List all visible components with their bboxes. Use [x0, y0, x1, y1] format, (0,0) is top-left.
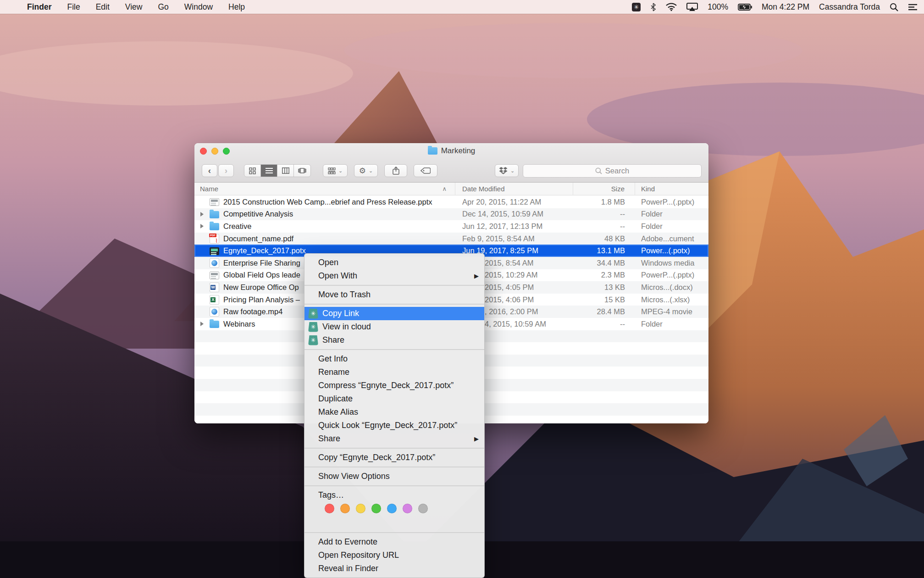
egnyte-menubar-icon[interactable]: ✳ [632, 3, 641, 11]
context-menu-item-view-in-cloud[interactable]: ✳View in cloud [304, 320, 484, 333]
menu-bar: FinderFileEditViewGoWindowHelp ✳ 100% Mo… [0, 0, 924, 14]
menu-item-label: Share [318, 434, 340, 444]
zoom-button[interactable] [223, 148, 230, 155]
file-date-modified: Jun 12, 2017, 12:13 PM [455, 220, 573, 233]
icon-view-button[interactable] [244, 165, 261, 177]
context-menu-item-open[interactable]: Open [304, 256, 484, 269]
context-menu-item-open-repository-url[interactable]: Open Repository URL [304, 549, 484, 562]
menu-item-label: Quick Look “Egnyte_Deck_2017.potx” [318, 421, 457, 430]
notification-center-icon[interactable] [908, 3, 918, 11]
share-button[interactable] [384, 164, 407, 177]
tag-color-dot-gray[interactable] [418, 504, 428, 513]
spotlight-search-icon[interactable] [890, 3, 898, 11]
file-name: Competitive Analysis [223, 210, 293, 218]
airplay-display-icon[interactable] [686, 3, 698, 11]
column-header-kind[interactable]: Kind [635, 183, 708, 195]
context-menu-item-open-with[interactable]: Open With▶ [304, 269, 484, 283]
coverflow-view-button[interactable] [294, 165, 310, 177]
battery-percent: 100% [708, 2, 728, 12]
menubar-user[interactable]: Cassandra Torda [819, 2, 880, 12]
tag-color-dot-green[interactable] [371, 504, 381, 513]
context-menu-item-make-alias[interactable]: Make Alias [304, 406, 484, 419]
menubar-item-window[interactable]: Window [177, 0, 221, 14]
tag-color-dot-blue[interactable] [387, 504, 397, 513]
context-menu-item-rename[interactable]: Rename [304, 366, 484, 379]
context-menu-item-add-to-evernote[interactable]: Add to Evernote [304, 535, 484, 549]
battery-charging-icon[interactable] [738, 4, 752, 11]
context-menu-item-compress-egnyte-deck-2017-potx[interactable]: Compress “Egnyte_Deck_2017.potx” [304, 379, 484, 392]
back-button[interactable]: ‹ [202, 164, 217, 177]
menubar-item-go[interactable]: Go [150, 0, 176, 14]
forward-button[interactable]: › [218, 164, 234, 177]
pdf-file-icon [210, 234, 219, 244]
menu-item-label: Copy Link [322, 309, 359, 318]
file-kind: Folder [635, 220, 708, 233]
disclosure-triangle-icon[interactable] [200, 212, 204, 217]
tag-color-dot-yellow[interactable] [356, 504, 365, 513]
tag-color-dot-red[interactable] [325, 504, 334, 513]
file-name: Raw footage.mp4 [223, 307, 282, 316]
file-name: Pricing Plan Analysis – [223, 295, 300, 304]
disclosure-triangle-icon[interactable] [200, 224, 204, 228]
context-menu-item-share[interactable]: ✳Share [304, 333, 484, 347]
context-menu-item-get-info[interactable]: Get Info [304, 352, 484, 366]
menubar-item-help[interactable]: Help [221, 0, 253, 14]
tag-color-dot-purple[interactable] [403, 504, 412, 513]
context-menu-item-quick-look-egnyte-deck-2017-potx[interactable]: Quick Look “Egnyte_Deck_2017.potx” [304, 419, 484, 432]
wifi-icon[interactable] [666, 3, 677, 11]
column-header-size[interactable]: Size [573, 183, 635, 195]
tags-button[interactable] [414, 164, 437, 177]
menu-separator [304, 448, 484, 449]
file-kind: MPEG-4 movie [635, 306, 708, 318]
file-name: 2015 Construction Web Camp...ebrief and … [223, 198, 432, 206]
file-kind: Windows media [635, 257, 708, 269]
column-header-name[interactable]: Name ∧ [194, 183, 455, 195]
file-size: 13.1 MB [573, 245, 635, 257]
close-button[interactable] [200, 148, 207, 155]
file-name: Webinars [223, 320, 255, 328]
menubar-item-finder[interactable]: Finder [19, 0, 59, 14]
tag-color-dot-orange[interactable] [340, 504, 350, 513]
column-view-button[interactable] [277, 165, 294, 177]
menubar-item-file[interactable]: File [59, 0, 88, 14]
minimize-button[interactable] [211, 148, 218, 155]
bluetooth-icon[interactable] [650, 3, 656, 11]
search-input[interactable]: Search [523, 164, 702, 178]
menu-separator [304, 304, 484, 305]
context-menu-item-show-view-options[interactable]: Show View Options [304, 470, 484, 483]
submenu-arrow-icon: ▶ [474, 272, 479, 279]
search-placeholder: Search [605, 167, 629, 175]
menubar-item-edit[interactable]: Edit [88, 0, 117, 14]
list-view-button[interactable] [261, 165, 277, 177]
file-row-creative[interactable]: CreativeJun 12, 2017, 12:13 PM--Folder [194, 220, 708, 233]
column-header-date-modified[interactable]: Date Modified [455, 183, 573, 195]
file-size: -- [573, 318, 635, 330]
title-bar: Marketing [194, 143, 708, 159]
egnyte-icon: ✳ [308, 335, 318, 345]
tag-color-row [304, 502, 484, 530]
file-size: 1.8 MB [573, 196, 635, 208]
file-kind: Power...(.potx) [635, 245, 708, 257]
file-row-2015-construction-web-camp-ebrief-and-pr[interactable]: 2015 Construction Web Camp...ebrief and … [194, 196, 708, 208]
menubar-item-view[interactable]: View [117, 0, 150, 14]
file-name: New Europe Office Op [223, 283, 299, 292]
egnyte-icon: ✳ [308, 322, 318, 332]
context-menu-item-tags[interactable]: Tags… [304, 489, 484, 502]
file-size: 28.4 MB [573, 306, 635, 318]
context-menu-item-move-to-trash[interactable]: Move to Trash [304, 288, 484, 301]
dropbox-menu-button[interactable]: ⌄ [495, 164, 519, 177]
file-kind: Micros...(.xlsx) [635, 294, 708, 306]
context-menu-item-copy-egnyte-deck-2017-potx[interactable]: Copy “Egnyte_Deck_2017.potx” [304, 451, 484, 464]
group-by-button[interactable]: ⌄ [323, 164, 348, 177]
context-menu-item-copy-link[interactable]: ✳Copy Link [304, 307, 484, 320]
context-menu-item-duplicate[interactable]: Duplicate [304, 392, 484, 406]
file-row-document-name-pdf[interactable]: Document_name.pdfFeb 9, 2015, 8:54 AM48 … [194, 233, 708, 245]
context-menu-item-reveal-in-finder[interactable]: Reveal in Finder [304, 562, 484, 575]
action-menu-button[interactable]: ⚙⌄ [354, 164, 378, 177]
file-size: -- [573, 208, 635, 221]
context-menu-item-share[interactable]: Share▶ [304, 432, 484, 445]
menubar-clock[interactable]: Mon 4:22 PM [762, 2, 809, 12]
file-row-competitive-analysis[interactable]: Competitive AnalysisDec 14, 2015, 10:59 … [194, 208, 708, 221]
disclosure-triangle-icon[interactable] [200, 322, 204, 326]
menu-separator [304, 285, 484, 286]
